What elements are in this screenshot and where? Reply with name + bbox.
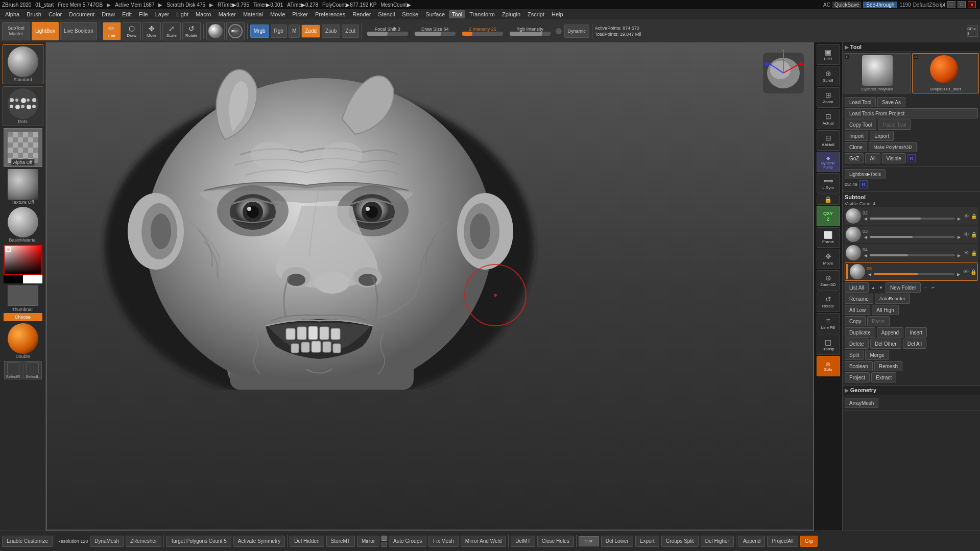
stroke-icon[interactable] bbox=[226, 22, 245, 40]
draw-size-control[interactable]: Draw Size 64 bbox=[412, 27, 458, 36]
maximize-btn[interactable]: □ bbox=[958, 1, 966, 8]
see-through-btn[interactable]: See-through bbox=[863, 2, 897, 8]
load-tools-project-btn[interactable]: Load Tools From Project bbox=[845, 108, 978, 118]
subtool-right-05[interactable]: ▶ bbox=[955, 271, 962, 277]
minimize-btn[interactable]: ─ bbox=[947, 1, 955, 8]
subtool-right-03[interactable]: ▶ bbox=[956, 234, 962, 240]
r-btn[interactable]: R bbox=[907, 154, 916, 162]
project-all-btn[interactable]: ProjectAll bbox=[767, 536, 798, 547]
subtool-left-02[interactable]: ◀ bbox=[863, 215, 869, 222]
mirror-weld-btn[interactable]: Mirror And Weld bbox=[461, 536, 507, 547]
cylinder-polyMes-item[interactable]: 8 Cylinder PolyMes bbox=[844, 53, 911, 93]
rotate3d-btn[interactable]: ↺ Rotate bbox=[817, 292, 840, 312]
paste-tool-btn[interactable]: Paste Tool bbox=[878, 119, 911, 130]
bpr-btn[interactable]: ▣ BPR bbox=[817, 44, 840, 65]
boolean-btn[interactable]: Boolean bbox=[845, 361, 873, 371]
draw-btn[interactable]: ⬡ Draw bbox=[123, 22, 141, 40]
clone-btn[interactable]: Clone bbox=[845, 142, 867, 152]
lsym-btn[interactable]: ⟺ L.Sym bbox=[817, 173, 840, 194]
select-l-btn[interactable]: SelectL bbox=[23, 361, 42, 379]
subtool-left-05[interactable]: ◀ bbox=[867, 271, 873, 277]
subtool-slider-03[interactable]: ◀ ▶ bbox=[863, 234, 962, 240]
alpha-off-control[interactable]: Alpha Off bbox=[4, 128, 42, 167]
menu-draw[interactable]: Draw bbox=[99, 10, 118, 18]
scroll-btn[interactable]: ⊕ Scroll bbox=[817, 66, 840, 86]
lightbox-btn[interactable]: LightBox bbox=[32, 22, 59, 40]
frame-btn[interactable]: ⬜ Frame bbox=[817, 227, 840, 248]
grp-btn[interactable]: Grp bbox=[800, 536, 818, 547]
fix-mesh-btn[interactable]: Fix Mesh bbox=[428, 536, 459, 547]
subtool-slider-02[interactable]: ◀ ▶ bbox=[863, 215, 962, 222]
tool-panel-header[interactable]: ▶ Tool bbox=[843, 42, 980, 52]
paste-btn[interactable]: Paste bbox=[867, 316, 890, 326]
groups-split-btn[interactable]: Groups Split bbox=[661, 536, 699, 547]
menu-movie[interactable]: Movie bbox=[267, 10, 288, 18]
menu-render[interactable]: Render bbox=[349, 10, 374, 18]
del-higher-btn[interactable]: Del Higher bbox=[701, 536, 734, 547]
save-as-btn[interactable]: Save As bbox=[877, 97, 905, 107]
qxyz-btn[interactable]: QXY Z bbox=[817, 206, 840, 226]
menu-picker[interactable]: Picker bbox=[289, 10, 311, 18]
list-all-up[interactable]: ▲ bbox=[870, 284, 876, 291]
canvas-area[interactable] bbox=[46, 42, 814, 531]
z-intensity-control[interactable]: Z Intensity 25 bbox=[460, 27, 506, 36]
delete-btn[interactable]: Delete bbox=[845, 339, 869, 349]
copy-btn[interactable]: Copy bbox=[845, 316, 866, 326]
zadd-btn[interactable]: Zadd bbox=[301, 25, 320, 38]
focal-shift-control[interactable]: Focal Shift 0 bbox=[365, 27, 411, 36]
extract-btn[interactable]: Extract bbox=[871, 372, 896, 382]
eye-05[interactable]: 👁 bbox=[963, 269, 969, 275]
append-btn[interactable]: Append bbox=[877, 327, 903, 338]
menu-tool[interactable]: Tool bbox=[449, 10, 465, 18]
append2-btn[interactable]: Append bbox=[738, 536, 765, 547]
autoreorder-btn[interactable]: AutoReorder bbox=[875, 294, 910, 304]
menu-file[interactable]: File bbox=[136, 10, 151, 18]
zsub-btn[interactable]: Zsub bbox=[322, 25, 340, 38]
actual-btn[interactable]: ⊡ Actual bbox=[817, 109, 840, 129]
menu-edit[interactable]: Edit bbox=[119, 10, 135, 18]
subtool-item-05[interactable]: 05 ◀ ▶ 👁 🔒 bbox=[845, 262, 978, 281]
enable-customize-btn[interactable]: Enable Customize bbox=[2, 536, 53, 547]
zcut-btn[interactable]: Zcut bbox=[342, 25, 358, 38]
geometry-header[interactable]: ▶ Geometry bbox=[843, 386, 980, 395]
quicksave-btn[interactable]: QuickSave bbox=[832, 2, 861, 8]
edit-btn[interactable]: ✏ Edit bbox=[103, 22, 121, 40]
folder-arrow[interactable]: → bbox=[922, 284, 928, 291]
menu-marker[interactable]: Marker bbox=[216, 10, 239, 18]
live-boolean-btn[interactable]: Live Boolean bbox=[60, 22, 97, 40]
eye-04[interactable]: 👁 bbox=[964, 250, 969, 256]
storemt-btn[interactable]: StoreMT bbox=[326, 536, 355, 547]
lightbox-tools-btn[interactable]: Lightbox▶Tools bbox=[845, 169, 886, 179]
merge-btn[interactable]: Merge bbox=[865, 350, 889, 360]
close-btn[interactable]: ✕ bbox=[968, 1, 976, 8]
menu-light[interactable]: Light bbox=[173, 10, 192, 18]
auto-groups-btn[interactable]: Auto Groups bbox=[389, 536, 426, 547]
subtool-item-03[interactable]: 03 ◀ ▶ 👁 🔒 bbox=[845, 226, 978, 243]
del-other-btn[interactable]: Del Other bbox=[870, 339, 901, 349]
load-tool-btn[interactable]: Load Tool bbox=[845, 97, 876, 107]
arraymesh-btn[interactable]: ArrayMesh bbox=[845, 398, 878, 408]
eye-02[interactable]: 👁 bbox=[964, 213, 969, 219]
menu-layer[interactable]: Layer bbox=[152, 10, 173, 18]
aahalf-btn[interactable]: ⊟ AAHalf bbox=[817, 130, 840, 151]
lock-03[interactable]: 🔒 bbox=[971, 232, 977, 237]
menu-zscript[interactable]: Zscript bbox=[524, 10, 547, 18]
import-btn[interactable]: Import bbox=[845, 131, 868, 141]
mirror-toggle-1[interactable] bbox=[381, 536, 387, 541]
export2-btn[interactable]: Export bbox=[635, 536, 659, 547]
subtool-right-04[interactable]: ▶ bbox=[956, 252, 962, 258]
target-polygons-btn[interactable]: Target Polygons Count 5 bbox=[166, 536, 231, 547]
move-btn[interactable]: ✥ Move bbox=[142, 22, 161, 40]
new-folder-btn[interactable]: New Folder bbox=[886, 282, 921, 293]
transp-btn[interactable]: ◫ Transp bbox=[817, 334, 840, 355]
subtool-item-02[interactable]: 02 ◀ ▶ 👁 🔒 bbox=[845, 207, 978, 225]
rgb-intensity-control[interactable]: Rgb Intensity bbox=[507, 27, 553, 36]
scale-btn[interactable]: ⤢ Scale bbox=[162, 22, 181, 40]
texture-off-control[interactable]: Texture Off bbox=[8, 169, 38, 205]
subtool-master-btn[interactable]: SubTool Master bbox=[2, 22, 30, 40]
visible-btn[interactable]: Visible bbox=[882, 153, 906, 163]
lock-04[interactable]: 🔒 bbox=[971, 250, 977, 256]
split-btn[interactable]: Split bbox=[845, 350, 864, 360]
dynamic-pump-btn[interactable]: ◆ Dynamic Pump bbox=[817, 152, 840, 172]
rgb-btn[interactable]: Rgb bbox=[271, 25, 287, 38]
